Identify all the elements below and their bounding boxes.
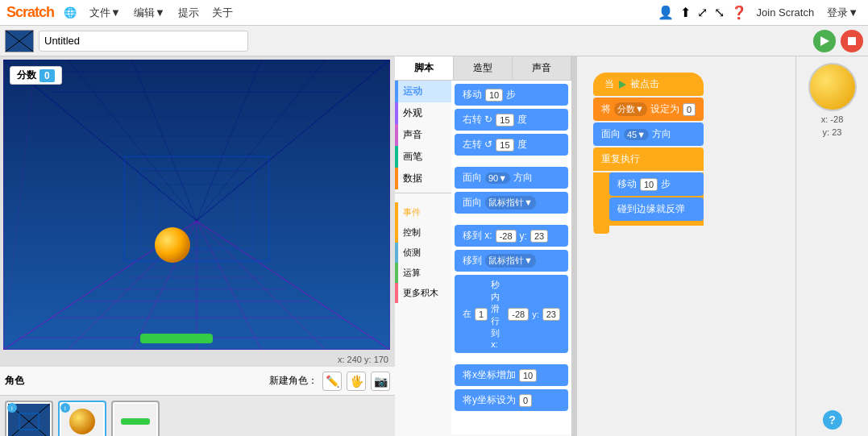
sprite-bar: 角色 新建角色： ✏️ 🖐 📷 <box>0 366 395 395</box>
block-when-flag[interactable]: 当 被点击 <box>593 73 704 96</box>
sprite-thumbnails: i i <box>0 395 395 436</box>
stage-coordinates: x: 240 y: 170 <box>0 353 395 366</box>
tab-sounds[interactable]: 声音 <box>513 56 571 80</box>
new-sprite-label: 新建角色： <box>269 374 318 388</box>
svg-marker-5 <box>820 36 829 46</box>
about-menu[interactable]: 关于 <box>209 6 236 20</box>
join-scratch-link[interactable]: Join Scratch <box>754 6 818 19</box>
sprite-label: 角色 <box>5 374 24 388</box>
categories-list: 运动 外观 声音 画笔 数据 事件 控制 侦测 运算 更多积木 <box>395 81 451 434</box>
download-icon[interactable]: ⬆ <box>680 5 691 20</box>
login-button[interactable]: 登录▼ <box>824 6 862 20</box>
upload-sprite-button[interactable]: 📷 <box>371 372 390 391</box>
sprite-info-dot-ball: i <box>60 403 70 413</box>
sprite-thumb-bg[interactable]: i <box>5 401 53 436</box>
cat-sound[interactable]: 声音 <box>395 124 451 146</box>
cat-looks[interactable]: 外观 <box>395 102 451 124</box>
fullscreen-icon[interactable]: ⤢ <box>697 5 708 20</box>
stage-canvas: 分数 0 <box>3 60 390 350</box>
small-screen-icon[interactable]: ⤡ <box>714 5 725 20</box>
file-menu[interactable]: 文件▼ <box>86 6 124 20</box>
help-button[interactable]: ? <box>823 410 842 430</box>
svg-rect-45 <box>140 334 213 343</box>
block-move-steps[interactable]: 移动 10 步 <box>455 84 568 106</box>
sprite-info-dot-bg: i <box>7 403 17 413</box>
block-bounce[interactable]: 碰到边缘就反弹 <box>609 197 704 221</box>
stage-area: 分数 0 x: 240 y: 170 角色 新建角色： ✏️ 🖐 📷 i <box>0 56 395 436</box>
block-tabs: 脚本 造型 声音 <box>395 56 571 81</box>
block-point-45[interactable]: 面向 45▼ 方向 <box>593 122 704 146</box>
block-turn-left[interactable]: 左转 ↺ 15 度 <box>455 134 568 156</box>
tab-costumes[interactable]: 造型 <box>454 56 513 80</box>
score-label: 分数 <box>17 69 36 82</box>
block-point-dir[interactable]: 面向 90▼ 方向 <box>455 167 568 189</box>
block-goto-xy[interactable]: 移到 x: -28 y: 23 <box>455 225 568 247</box>
block-categories: 运动 外观 声音 画笔 数据 事件 控制 侦测 运算 更多积木 移动 10 步 … <box>395 81 571 434</box>
tab-scripts[interactable]: 脚本 <box>395 56 454 80</box>
block-point-towards[interactable]: 面向 鼠标指针▼ <box>455 192 568 214</box>
project-thumbnail <box>5 30 34 52</box>
edit-menu[interactable]: 编辑▼ <box>131 6 168 20</box>
coord-y: y: 23 <box>823 127 842 137</box>
svg-marker-56 <box>619 81 626 89</box>
stamp-sprite-button[interactable]: 🖐 <box>347 372 366 391</box>
svg-point-44 <box>155 227 190 263</box>
sprite-thumb-bar[interactable] <box>111 401 160 436</box>
main-area: 分数 0 x: 240 y: 170 角色 新建角色： ✏️ 🖐 📷 i <box>0 56 868 436</box>
svg-point-53 <box>69 409 95 434</box>
sprite-preview-ball <box>808 63 857 111</box>
cat-more[interactable]: 更多积木 <box>395 283 451 303</box>
sprite-thumb-ball[interactable]: i <box>58 401 106 436</box>
svg-rect-55 <box>121 418 150 425</box>
title-bar: Untitled <box>0 26 868 56</box>
block-turn-right[interactable]: 右转 ↻ 15 度 <box>455 109 568 131</box>
coord-x: x: -28 <box>821 114 844 124</box>
block-set-score[interactable]: 将 分数▼ 设定为 0 <box>593 98 704 121</box>
block-change-x[interactable]: 将x坐标增加 10 <box>455 364 568 386</box>
cat-sensing[interactable]: 侦测 <box>395 243 451 263</box>
menu-bar: Scratch 🌐 文件▼ 编辑▼ 提示 关于 👤 ⬆ ⤢ ⤡ ❓ Join S… <box>0 0 868 26</box>
cat-pen[interactable]: 画笔 <box>395 146 451 168</box>
help-icon[interactable]: ❓ <box>731 5 747 20</box>
stop-button[interactable] <box>841 30 863 52</box>
draw-sprite-button[interactable]: ✏️ <box>322 372 342 391</box>
cat-events[interactable]: 事件 <box>395 202 451 222</box>
block-set-y[interactable]: 将y坐标设为 0 <box>455 389 568 411</box>
score-badge: 分数 0 <box>10 66 62 85</box>
block-glide-xy[interactable]: 在 1 秒内滑行到 x: -28 y: 23 <box>455 275 568 353</box>
blocks-panel: 脚本 造型 声音 运动 外观 声音 画笔 数据 事件 控制 侦测 运算 更多积木 <box>395 56 572 436</box>
cat-operators[interactable]: 运算 <box>395 263 451 283</box>
scripts-area[interactable]: 当 被点击 将 分数▼ 设定为 0 面向 45▼ 方向 重复执行 <box>577 56 795 436</box>
svg-rect-6 <box>848 37 856 45</box>
block-repeat-forever-container: 重复执行 移动 10 步 碰到边缘就反弹 <box>593 147 704 234</box>
code-stack-1: 当 被点击 将 分数▼ 设定为 0 面向 45▼ 方向 重复执行 <box>593 73 704 234</box>
tips-menu[interactable]: 提示 <box>175 6 202 20</box>
upload-icon[interactable]: 👤 <box>658 5 674 20</box>
globe-icon[interactable]: 🌐 <box>60 6 80 19</box>
cat-control[interactable]: 控制 <box>395 222 451 243</box>
scripts-canvas: 当 被点击 将 分数▼ 设定为 0 面向 45▼ 方向 重复执行 <box>577 56 795 436</box>
right-info-panel: x: -28 y: 23 ? <box>795 56 868 436</box>
cat-motion[interactable]: 运动 <box>395 81 451 102</box>
block-move-10[interactable]: 移动 10 步 <box>609 172 704 196</box>
scratch-logo: Scratch <box>6 4 54 21</box>
run-flag-button[interactable] <box>813 30 836 52</box>
project-title-input[interactable]: Untitled <box>39 31 248 52</box>
block-repeat-forever[interactable]: 重复执行 <box>593 147 704 171</box>
blocks-list: 移动 10 步 右转 ↻ 15 度 左转 ↺ 15 度 面向 90▼ 方向 面向… <box>451 81 571 434</box>
block-goto-mouse[interactable]: 移到 鼠标指针▼ <box>455 250 568 272</box>
cat-data[interactable]: 数据 <box>395 168 451 189</box>
score-value: 0 <box>39 69 55 82</box>
